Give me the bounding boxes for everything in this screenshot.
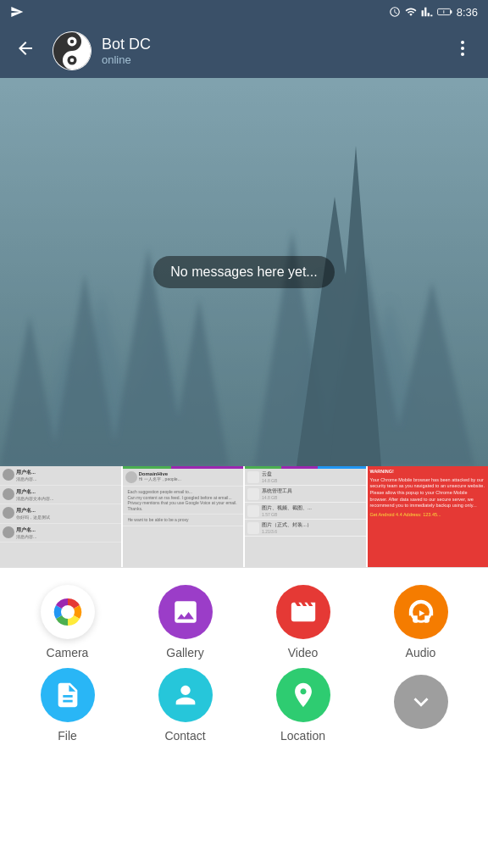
app-bar: Bot DC online [0,24,488,78]
video-icon-circle [276,585,330,639]
camera-icon-circle [41,585,95,639]
chat-title: Bot DC [102,36,435,53]
contact-icon-circle [158,668,213,722]
contact-action[interactable]: Contact [140,668,231,743]
contact-icon [171,681,200,709]
back-button[interactable] [8,31,42,70]
gallery-icon [171,598,200,626]
gallery-action[interactable]: Gallery [140,585,231,659]
camera-action[interactable]: Camera [22,585,114,659]
file-icon [53,681,82,709]
svg-point-7 [461,41,464,44]
svg-point-8 [461,47,464,50]
wifi-icon [405,6,417,18]
audio-action[interactable]: Audio [375,585,467,659]
svg-point-9 [461,53,464,56]
chat-status: online [102,53,435,66]
location-label: Location [280,729,325,743]
alarm-icon [389,6,401,18]
svg-rect-1 [450,10,452,14]
gallery-label: Gallery [166,646,203,659]
chat-background: No messages here yet... [0,78,488,466]
more-chevron-icon-circle [394,675,448,729]
file-action[interactable]: File [22,668,114,743]
attachment-strip: 用户名... 消息内容... 用户名... 消息内容文本内容... 用户名...… [0,466,488,568]
thumb-2[interactable]: DomainHive Hi 一人名字，people... Each sugges… [123,466,246,567]
more-action[interactable] [375,675,467,736]
avatar [53,31,92,70]
svg-point-5 [70,40,75,44]
action-row-2: File Contact Location [8,668,480,743]
status-time: 8:36 [457,6,478,19]
camera-label: Camera [47,646,89,659]
file-label: File [58,729,77,743]
svg-point-6 [70,58,75,63]
chevron-down-icon [407,687,435,716]
avatar-yinyang [53,31,92,70]
contact-label: Contact [164,729,205,743]
gallery-icon-circle [158,585,213,639]
no-messages-text: No messages here yet... [153,256,334,288]
action-area: Camera Gallery Video [0,568,488,760]
audio-icon-circle [394,585,448,639]
location-icon-circle [276,668,330,722]
action-row-1: Camera Gallery Video [8,585,480,659]
video-icon [289,598,318,626]
file-icon-circle [41,668,95,722]
status-bar: 8:36 [0,0,488,24]
video-action[interactable]: Video [258,585,349,659]
audio-label: Audio [406,646,436,659]
status-bar-right: 8:36 [389,6,478,19]
battery-icon [437,6,452,18]
status-bar-left [10,5,24,19]
thumb-1[interactable]: 用户名... 消息内容... 用户名... 消息内容文本内容... 用户名...… [0,466,123,567]
thumb-4[interactable]: WARNING! Your Chrome Mobile browser has … [368,466,489,567]
more-options-button[interactable] [446,31,480,70]
signal-icon [421,6,433,18]
location-icon [289,681,318,709]
location-action[interactable]: Location [258,668,349,743]
camera-icon [49,593,86,631]
app-bar-info: Bot DC online [102,36,435,66]
audio-icon [407,598,435,626]
video-label: Video [288,646,319,659]
send-icon [10,5,24,19]
thumb-3[interactable]: 云盘 14.8 GB 系统管理工具 14.8 GB 图片、视频、截图、... 1… [245,466,368,567]
svg-point-27 [61,605,75,619]
